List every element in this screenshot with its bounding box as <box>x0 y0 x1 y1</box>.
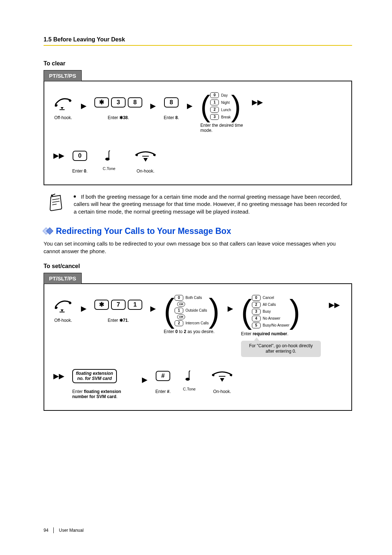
opt-label: Outside Calls <box>185 308 207 312</box>
step-enter-71: ✱ 7 1 Enter ✱71. <box>94 295 142 323</box>
opt-label: All Calls <box>263 303 276 307</box>
ctone-label: C.Tone <box>103 166 115 171</box>
onhook-caption: On-hook. <box>213 389 231 394</box>
key-1-small: 1 <box>175 308 183 313</box>
key-0-small: 0 <box>252 295 261 301</box>
onhook-icon <box>134 146 157 166</box>
opt-label: Intercom Calls <box>185 321 209 325</box>
arrow-icon: ▶ <box>81 96 86 116</box>
arrow-icon: ▶ <box>228 299 233 319</box>
redirect-intro: You can set incoming calls to be redirec… <box>44 240 352 255</box>
arrow-icon: ▶ <box>150 96 156 116</box>
opt-label: Day <box>221 93 228 97</box>
enter-hash-caption: Enter #. <box>155 389 171 394</box>
procedure-box-setcancel: Off-hook. ▶ ✱ 7 1 Enter ✱71. ▶ <box>44 283 352 411</box>
step-floating-ext: floating extension no. for SVM card Ente… <box>72 366 134 399</box>
note-block: If both the greeting message for a certa… <box>47 193 352 215</box>
key-8: 8 <box>164 97 179 108</box>
svg-marker-6 <box>61 309 64 312</box>
svg-rect-1 <box>60 109 65 110</box>
note-text: If both the greeting message for a certa… <box>74 193 348 215</box>
keypad-keys: ✱ 7 1 <box>94 300 142 310</box>
opt-label: Lunch <box>221 108 231 112</box>
step-time-mode: ( 0Day 1Night 2Lunch 3Break ) Enter the … <box>200 92 244 133</box>
device-tab-clear: PT/SLT/PS <box>44 70 82 81</box>
opt-label: Busy <box>263 309 271 313</box>
key-star: ✱ <box>94 300 109 310</box>
key-2-small: 2 <box>252 302 261 308</box>
cancel-callout: For "Cancel", go on-hook directly after … <box>241 341 321 357</box>
step-offhook: Off-hook. <box>53 92 73 120</box>
svg-point-2 <box>105 158 110 161</box>
double-arrow-icon: ▶▶ <box>329 295 340 315</box>
key-3: 3 <box>111 97 126 108</box>
left-bracket-icon: ( <box>164 296 175 325</box>
clear-row-1: Off-hook. ▶ ✱ 3 8 Enter ✱38. ▶ <box>53 92 342 133</box>
key-1: 1 <box>128 300 142 310</box>
required-number-caption: Enter required number. <box>241 331 289 336</box>
footer-divider <box>53 527 54 533</box>
device-tab-setcancel: PT/SLT/PS <box>44 273 82 284</box>
ctone-label: C.Tone <box>183 387 196 391</box>
to-setcancel-heading: To set/cancel <box>44 263 352 270</box>
key-0: 0 <box>73 151 87 161</box>
clear-row-2: ▶▶ 0 Enter 0. <box>53 146 342 174</box>
arrow-icon: ▶ <box>187 96 192 116</box>
step-required-number: ( 0Cancel 2All Calls 3Busy 4No Answer 5B… <box>241 295 321 357</box>
key-3-small: 3 <box>252 309 261 315</box>
opt-label: No Answer <box>263 316 280 320</box>
left-bracket-icon: ( <box>200 93 210 119</box>
opt-label: Break <box>221 115 230 119</box>
manual-page: 1.5 Before Leaving Your Desk To clear PT… <box>0 0 392 555</box>
to-clear-heading: To clear <box>44 60 352 67</box>
key-4-small: 4 <box>252 316 261 321</box>
enter-8-caption: Enter 8. <box>164 115 179 120</box>
enter-0-caption: Enter 0. <box>72 169 87 174</box>
step-enter-8: 8 Enter 8. <box>164 92 179 120</box>
step-onhook: On-hook. <box>211 366 233 394</box>
key-star: ✱ <box>94 97 109 108</box>
time-mode-caption: Enter the desired time mode. <box>200 123 244 133</box>
key-hash: # <box>156 371 170 381</box>
key-3-small: 3 <box>210 114 219 120</box>
svg-marker-9 <box>220 378 224 382</box>
svg-point-8 <box>185 378 190 381</box>
double-arrow-icon: ▶▶ <box>53 366 64 386</box>
or-pill: OR <box>177 315 185 319</box>
floating-ext-caption: Enter floating extension number for SVM … <box>72 389 134 399</box>
arrow-icon: ▶ <box>150 299 156 319</box>
call-type-options: 0Both Calls OR 1Outside Calls OR 2Interc… <box>175 295 209 326</box>
svg-rect-7 <box>60 312 65 312</box>
left-bracket-icon: ( <box>241 295 252 328</box>
bullet-icon <box>74 195 76 198</box>
enter-71-caption: Enter ✱71. <box>108 318 129 323</box>
svg-rect-10 <box>219 376 225 377</box>
call-types-caption: Enter 0 to 2 as you desire. <box>164 329 215 334</box>
opt-label: Both Calls <box>185 296 202 300</box>
arrow-icon: ▶ <box>142 370 147 390</box>
onhook-caption: On-hook. <box>136 169 154 174</box>
running-header: 1.5 Before Leaving Your Desk <box>44 36 352 43</box>
floating-ext-box: floating extension no. for SVM card <box>72 369 117 383</box>
offhook-caption: Off-hook. <box>54 115 72 120</box>
key-8: 8 <box>128 97 142 108</box>
page-footer: 94 User Manual <box>44 527 83 533</box>
step-enter-38: ✱ 3 8 Enter ✱38. <box>94 92 142 120</box>
double-arrow-icon: ▶▶ <box>252 92 263 112</box>
svg-rect-4 <box>142 156 149 157</box>
setcancel-row-2: ▶▶ floating extension no. for SVM card E… <box>53 366 342 399</box>
required-number-options: 0Cancel 2All Calls 3Busy 4No Answer 5Bus… <box>252 295 289 328</box>
diamond-bullet-icon <box>44 228 52 234</box>
step-call-types: ( 0Both Calls OR 1Outside Calls OR 2Inte… <box>164 295 220 334</box>
double-arrow-icon: ▶▶ <box>53 146 64 166</box>
footer-manual-label: User Manual <box>59 528 83 533</box>
ctone-icon <box>104 146 114 166</box>
ctone-icon <box>184 366 194 386</box>
right-bracket-icon: ) <box>289 295 300 328</box>
keypad-keys: ✱ 3 8 <box>94 97 142 108</box>
enter-38-caption: Enter ✱38. <box>108 115 129 120</box>
key-1-small: 1 <box>210 100 219 105</box>
header-rule <box>44 45 352 46</box>
opt-label: Cancel <box>263 296 274 300</box>
right-bracket-icon: ) <box>209 296 220 325</box>
